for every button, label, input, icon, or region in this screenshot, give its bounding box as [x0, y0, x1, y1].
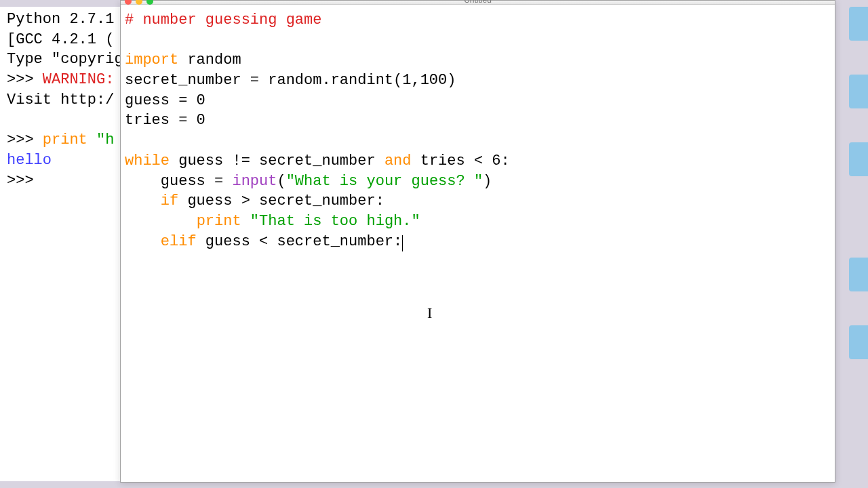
while-keyword: while [125, 152, 170, 169]
string-literal: "What is your guess? " [286, 173, 483, 190]
code-text: guess = [125, 173, 232, 190]
code-text [241, 213, 250, 230]
shell-text [87, 131, 96, 148]
and-keyword: and [384, 152, 412, 169]
string-literal: "That is too high." [250, 213, 420, 230]
code-text [125, 233, 161, 250]
shell-output: hello [7, 152, 52, 169]
shell-prompt: >>> [7, 131, 43, 148]
code-text: secret_number = random.randint(1,100) [125, 72, 456, 89]
import-keyword: import [125, 52, 178, 68]
desktop-tab [849, 258, 868, 291]
desktop-tab [849, 7, 868, 41]
shell-gcc-line: [GCC 4.2.1 ( [7, 31, 114, 48]
print-keyword: print [197, 213, 241, 230]
print-keyword: print [43, 131, 87, 148]
desktop-tab [849, 75, 868, 108]
desktop-tab [849, 142, 868, 176]
code-text: random [178, 52, 241, 68]
code-text: guess > secret_number: [178, 192, 384, 209]
code-text [125, 192, 161, 209]
shell-version-line: Python 2.7.1 [7, 11, 114, 28]
code-comment: # number guessing game [125, 12, 321, 28]
editor-window[interactable]: Untitled # number guessing game import r… [120, 0, 835, 483]
python-shell-window[interactable]: Python 2.7.1 [GCC 4.2.1 ( Type "copyrig … [0, 7, 121, 481]
code-text: tries = 0 [125, 112, 205, 129]
window-title: Untitled [464, 0, 492, 5]
elif-keyword: elif [161, 233, 197, 250]
maximize-icon[interactable] [146, 0, 153, 5]
shell-warning: WARNING: [43, 71, 115, 88]
shell-prompt: >>> [7, 71, 43, 88]
traffic-lights [125, 0, 153, 5]
string-literal: "h [96, 131, 114, 148]
desktop-background-tabs [841, 0, 868, 488]
shell-prompt[interactable]: >>> [7, 172, 43, 189]
code-text: tries < 6: [411, 152, 509, 169]
input-builtin: input [232, 173, 277, 190]
text-cursor [402, 235, 403, 251]
code-text: guess != secret_number [170, 152, 384, 169]
minimize-icon[interactable] [136, 0, 142, 5]
code-text: ) [483, 173, 492, 190]
if-keyword: if [161, 192, 178, 209]
ibeam-cursor-icon: I [427, 303, 432, 323]
code-editor[interactable]: # number guessing game import random sec… [121, 5, 835, 482]
code-text: guess = 0 [125, 92, 205, 109]
code-text: ( [277, 173, 285, 190]
code-text [125, 213, 197, 230]
code-text: guess < secret_number: [197, 233, 403, 250]
shell-type-line: Type "copyrig [7, 51, 121, 68]
shell-visit-line: Visit http:/ [7, 92, 114, 108]
desktop-tab [849, 325, 868, 359]
close-icon[interactable] [125, 0, 132, 5]
